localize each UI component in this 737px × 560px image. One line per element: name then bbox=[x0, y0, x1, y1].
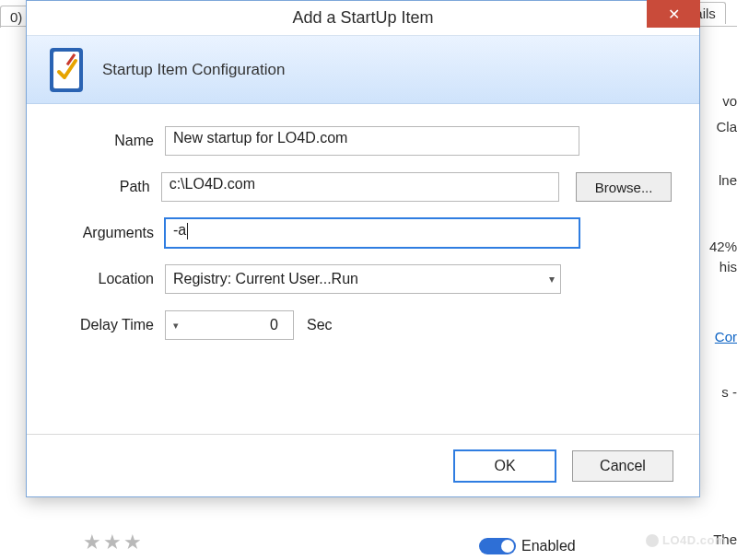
dialog-title: Add a StartUp Item bbox=[292, 8, 433, 28]
svg-rect-1 bbox=[53, 52, 79, 88]
bg-link-fragment[interactable]: Cor bbox=[715, 328, 737, 346]
bg-fragment: vo bbox=[722, 92, 737, 111]
enabled-label: Enabled bbox=[521, 538, 576, 554]
watermark: LO4D.com bbox=[646, 533, 726, 547]
dialog-titlebar: Add a StartUp Item ✕ bbox=[27, 1, 699, 36]
dialog-form: Name New startup for LO4D.com Path c:\LO… bbox=[27, 104, 699, 364]
banner-title: Startup Item Configuration bbox=[102, 61, 285, 79]
bg-fragment: lne bbox=[719, 171, 737, 190]
text-caret bbox=[187, 223, 188, 239]
browse-button[interactable]: Browse... bbox=[576, 172, 672, 202]
close-button[interactable]: ✕ bbox=[647, 0, 700, 28]
dialog-banner: Startup Item Configuration bbox=[27, 36, 699, 104]
cancel-button[interactable]: Cancel bbox=[572, 450, 673, 482]
chevron-down-icon: ▾ bbox=[549, 273, 555, 286]
dialog-footer: OK Cancel bbox=[27, 434, 699, 496]
bg-fragment: his bbox=[719, 258, 737, 276]
rating-stars[interactable]: ★★★ bbox=[83, 531, 144, 554]
arguments-value: -a bbox=[173, 222, 186, 238]
watermark-icon bbox=[646, 534, 659, 547]
arguments-label: Arguments bbox=[54, 225, 165, 241]
delay-time-label: Delay Time bbox=[54, 317, 165, 333]
close-icon: ✕ bbox=[668, 6, 680, 23]
watermark-text: LO4D.com bbox=[662, 533, 726, 547]
path-label: Path bbox=[54, 179, 161, 195]
arguments-input[interactable]: -a bbox=[165, 218, 579, 248]
bg-fragment: Cla bbox=[716, 118, 737, 136]
name-input[interactable]: New startup for LO4D.com bbox=[165, 126, 579, 156]
path-input[interactable]: c:\LO4D.com bbox=[161, 172, 560, 202]
location-select[interactable]: Registry: Current User...Run ▾ bbox=[165, 264, 561, 294]
bg-fragment: 42% bbox=[709, 238, 737, 256]
enabled-toggle[interactable] bbox=[479, 538, 516, 554]
add-startup-dialog: Add a StartUp Item ✕ Startup Item Config… bbox=[26, 0, 700, 497]
startup-item-icon bbox=[47, 45, 86, 95]
sec-label: Sec bbox=[307, 317, 333, 333]
delay-time-stepper[interactable]: ▾ 0 bbox=[165, 310, 294, 340]
delay-time-value: 0 bbox=[179, 317, 286, 333]
ok-button[interactable]: OK bbox=[454, 450, 556, 482]
location-value: Registry: Current User...Run bbox=[173, 271, 358, 287]
location-label: Location bbox=[54, 271, 165, 287]
bg-fragment: s - bbox=[721, 383, 737, 402]
enabled-toggle-fragment: Enabled bbox=[479, 538, 576, 554]
name-label: Name bbox=[54, 133, 165, 149]
